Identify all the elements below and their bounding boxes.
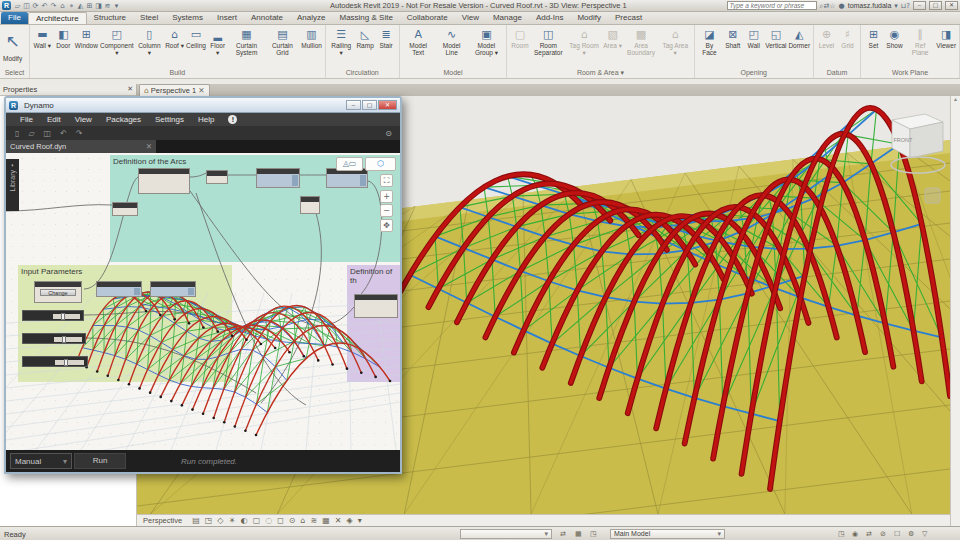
analytical-model-icon[interactable]: ◈ (347, 516, 353, 525)
view-tab-close-icon[interactable]: ✕ (198, 86, 204, 95)
ribbon-tab-structure[interactable]: Structure (87, 12, 133, 24)
editable-only-icon[interactable]: ⇄ (866, 530, 872, 538)
help-icon[interactable]: ? (906, 2, 910, 10)
door-button[interactable]: ◧Door (53, 26, 74, 50)
revit-logo-icon[interactable]: R (2, 1, 11, 10)
slider-track[interactable] (53, 314, 80, 319)
design-options-icon[interactable]: ◳ (838, 530, 845, 538)
print-icon[interactable]: ⌂ (58, 2, 67, 10)
press-drag-icon[interactable]: ☐ (894, 530, 900, 538)
roof-button[interactable]: ⌂Roof ▾ (164, 26, 185, 50)
worksharing-display-icon[interactable]: ◉ (852, 530, 858, 538)
dynamo-node[interactable] (138, 168, 190, 194)
search-input[interactable] (727, 1, 817, 10)
component-button[interactable]: ◰Component ▾ (99, 26, 135, 58)
redo-icon[interactable]: ↷ (76, 129, 83, 138)
slider-handle[interactable] (64, 359, 68, 366)
curtain-system-button[interactable]: ▦Curtain System (229, 26, 265, 58)
notifications-icon[interactable]: ! (228, 115, 237, 124)
tag-icon[interactable]: ◭ (76, 2, 85, 10)
dynamo-node[interactable] (206, 170, 228, 184)
slider-handle[interactable] (62, 336, 66, 343)
slider-handle[interactable] (61, 313, 65, 320)
open-file-icon[interactable]: ▱ (28, 129, 34, 138)
show-button[interactable]: ◉Show (884, 26, 905, 50)
ribbon-tab-collaborate[interactable]: Collaborate (400, 12, 455, 24)
dynamo-node[interactable] (96, 281, 142, 297)
thin-lines-icon[interactable]: ≋ (103, 2, 112, 10)
restore-button[interactable]: ▢ (929, 1, 942, 10)
measure-icon[interactable]: ⌖ (67, 2, 76, 10)
default-3d-view-icon[interactable]: ⊞ (85, 2, 94, 10)
window-button[interactable]: ⊞Window (74, 26, 99, 50)
save-file-icon[interactable]: ◫ (44, 129, 52, 138)
dynamo-menu-file[interactable]: File (20, 115, 33, 124)
dynamo-menu-packages[interactable]: Packages (106, 115, 141, 124)
reveal-hidden-elements-icon[interactable]: ⌂ (301, 516, 306, 525)
scale-icon[interactable]: ▤ (192, 516, 200, 525)
ribbon-tab-systems[interactable]: Systems (165, 12, 210, 24)
zoom-in-button[interactable]: + (380, 190, 393, 203)
dynamo-maximize-button[interactable]: ▢ (362, 100, 377, 110)
view-tab-perspective[interactable]: ⌂ Perspective 1 ✕ (139, 84, 210, 96)
design-options-dropdown[interactable]: Main Model▾ (610, 529, 725, 539)
dynamo-node[interactable] (300, 196, 320, 214)
ribbon-tab-add-ins[interactable]: Add-Ins (529, 12, 571, 24)
crop-view-icon[interactable]: ▢ (253, 516, 261, 525)
dynamo-slider-node[interactable] (22, 356, 88, 367)
editing-requests-icon[interactable]: ⇄ (560, 530, 566, 538)
dynamo-doc-tab[interactable]: Curved Roof.dyn ✕ (6, 140, 156, 153)
sync-icon[interactable]: ⟳ (31, 2, 40, 10)
properties-close-icon[interactable]: ✕ (127, 85, 133, 93)
slider-track[interactable] (55, 360, 84, 365)
temporary-view-properties-icon[interactable]: ≋ (311, 516, 318, 525)
selection-filter-icon[interactable]: ▽ (922, 530, 927, 538)
model-text-button[interactable]: AModel Text (402, 26, 435, 58)
background-processes-icon[interactable]: ⚙ (908, 530, 914, 538)
displacement-sets-icon[interactable]: ▦ (322, 516, 330, 525)
section-icon[interactable]: ◨ (94, 2, 103, 10)
save-icon[interactable]: ◫ (22, 2, 31, 10)
exclude-options-icon[interactable]: ⊘ (880, 530, 886, 538)
dynamo-menu-view[interactable]: View (75, 115, 92, 124)
ribbon-tab-analyze[interactable]: Analyze (290, 12, 332, 24)
group-definition-of-the-grid[interactable]: Definition of th (347, 265, 400, 382)
close-button[interactable]: ✕ (945, 1, 958, 10)
ribbon-tab-precast[interactable]: Precast (608, 12, 649, 24)
customize-dropdown-icon[interactable]: ▾ (112, 2, 121, 10)
change-button[interactable]: Change (40, 289, 77, 296)
ribbon-tab-annotate[interactable]: Annotate (244, 12, 290, 24)
stair-button[interactable]: ≣Stair (376, 26, 397, 50)
dynamo-close-button[interactable]: ✕ (378, 100, 397, 110)
dynamo-slider-node[interactable] (22, 333, 86, 344)
dynamo-minimize-button[interactable]: – (346, 100, 361, 110)
pan-button[interactable]: ✥ (380, 219, 393, 232)
export-image-icon[interactable]: ⊙ (385, 129, 392, 138)
dynamo-library-tab[interactable]: ◗ Library (6, 159, 19, 211)
room-separator-button[interactable]: ◫Room Separator (530, 26, 566, 58)
user-dropdown-icon[interactable]: ▾ (894, 2, 898, 10)
shadows-icon[interactable]: ◐ (241, 516, 248, 525)
slider-track[interactable] (54, 337, 82, 342)
dynamo-slider-node[interactable] (22, 310, 84, 321)
dormer-button[interactable]: ◭Dormer (787, 26, 811, 50)
model-line-button[interactable]: ∿Model Line (435, 26, 469, 58)
open-icon[interactable]: ▱ (13, 2, 22, 10)
ribbon-tab-steel[interactable]: Steel (133, 12, 165, 24)
dynamo-menu-help[interactable]: Help (198, 115, 214, 124)
run-mode-dropdown[interactable]: Manual▾ (10, 453, 72, 469)
expand-toolbar-icon[interactable]: ▾ (358, 516, 362, 525)
reveal-constraints-icon[interactable]: ✕ (335, 516, 342, 525)
curtain-grid-button[interactable]: ▤Curtain Grid (264, 26, 300, 58)
zoom-out-button[interactable]: − (380, 204, 393, 217)
run-button[interactable]: Run (74, 453, 126, 469)
viewer-button[interactable]: ◨Viewer (935, 26, 957, 50)
dynamo-canvas[interactable]: ◗ Library Definition of the ArcsInput Pa… (6, 153, 400, 450)
dynamo-menu-edit[interactable]: Edit (47, 115, 61, 124)
show-crop-region-icon[interactable]: ◌ (265, 516, 272, 525)
dynamo-doc-tab-close-icon[interactable]: ✕ (146, 142, 152, 151)
model-group-button[interactable]: ▣Model Group ▾ (469, 26, 505, 58)
dynamo-node[interactable] (256, 168, 300, 188)
column-button[interactable]: ▯Column ▾ (135, 26, 164, 58)
redo-icon[interactable]: ↷ (49, 2, 58, 10)
